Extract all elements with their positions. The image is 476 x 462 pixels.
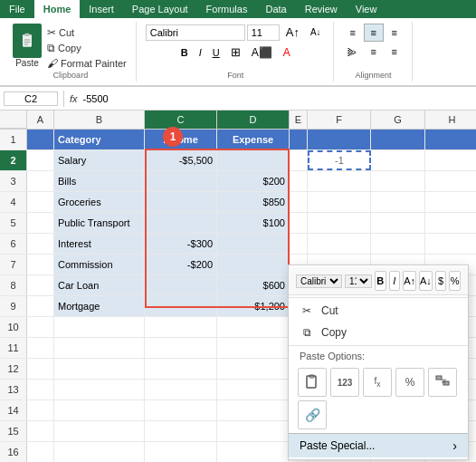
cell-d15[interactable] <box>217 421 290 441</box>
row-num-16[interactable]: 16 <box>0 442 27 462</box>
row-num-11[interactable]: 11 <box>0 338 27 358</box>
cell-d10[interactable] <box>217 317 290 337</box>
cell-f3[interactable] <box>308 171 371 191</box>
cell-f5[interactable] <box>308 213 371 233</box>
cell-a12[interactable] <box>27 359 54 379</box>
cell-a7[interactable] <box>27 255 54 274</box>
cell-c7[interactable]: -$200 <box>145 255 217 274</box>
paste-opt-3[interactable]: fx <box>363 368 392 397</box>
tab-file[interactable]: File <box>0 0 34 18</box>
cell-b13[interactable] <box>54 380 145 399</box>
cell-g4[interactable] <box>371 192 425 212</box>
cell-b3[interactable]: Bills <box>54 171 145 191</box>
col-header-e[interactable]: E <box>290 111 308 129</box>
col-header-d[interactable]: D <box>217 111 290 129</box>
cell-c13[interactable] <box>145 380 217 399</box>
cell-b4[interactable]: Groceries <box>54 192 145 212</box>
tab-home[interactable]: Home <box>34 0 81 18</box>
cell-b7[interactable]: Commission <box>54 255 145 274</box>
cell-b15[interactable] <box>54 421 145 441</box>
cell-d3[interactable]: $200 <box>217 171 290 191</box>
cell-d1[interactable]: Expense <box>217 130 290 149</box>
cell-g2[interactable] <box>371 150 425 170</box>
cell-a15[interactable] <box>27 421 54 441</box>
ctx-copy-item[interactable]: ⧉ Copy <box>289 322 468 343</box>
cell-d2[interactable] <box>217 150 290 170</box>
format-painter-action[interactable]: 🖌 Format Painter <box>45 56 129 71</box>
paste-opt-4[interactable]: % <box>395 368 424 397</box>
cell-a3[interactable] <box>27 171 54 191</box>
tab-page-layout[interactable]: Page Layout <box>123 0 197 18</box>
cell-c15[interactable] <box>145 421 217 441</box>
cell-d12[interactable] <box>217 359 290 379</box>
cell-f6[interactable] <box>308 234 371 254</box>
cell-b14[interactable] <box>54 400 145 420</box>
col-header-f[interactable]: F <box>308 111 371 129</box>
cell-b10[interactable] <box>54 317 145 337</box>
cell-b8[interactable]: Car Loan <box>54 275 145 295</box>
tab-insert[interactable]: Insert <box>80 0 123 18</box>
row-num-8[interactable]: 8 <box>0 275 27 295</box>
cell-h2[interactable] <box>425 150 476 170</box>
cell-c4[interactable] <box>145 192 217 212</box>
align-top-center[interactable]: ≡ <box>364 24 384 42</box>
cell-a6[interactable] <box>27 234 54 254</box>
cell-h1[interactable] <box>425 130 476 149</box>
col-header-h[interactable]: H <box>425 111 476 129</box>
cell-a4[interactable] <box>27 192 54 212</box>
paste-opt-2[interactable]: 123 <box>330 368 359 397</box>
cell-b11[interactable] <box>54 338 145 358</box>
cell-e5[interactable] <box>290 213 308 233</box>
font-size-input[interactable] <box>247 24 280 41</box>
cell-a8[interactable] <box>27 275 54 295</box>
cell-h3[interactable] <box>425 171 476 191</box>
paste-button[interactable]: Paste <box>13 24 42 68</box>
ctx-increase-font[interactable]: A↑ <box>403 271 416 291</box>
cell-b6[interactable]: Interest <box>54 234 145 254</box>
cell-h5[interactable] <box>425 213 476 233</box>
cell-c11[interactable] <box>145 338 217 358</box>
align-bottom-left[interactable]: ⫸ <box>343 43 363 61</box>
cell-c8[interactable] <box>145 275 217 295</box>
cell-f4[interactable] <box>308 192 371 212</box>
cell-e4[interactable] <box>290 192 308 212</box>
cell-a16[interactable] <box>27 442 54 462</box>
cell-a1[interactable] <box>27 130 54 149</box>
row-num-13[interactable]: 13 <box>0 380 27 399</box>
ctx-italic-btn[interactable]: I <box>389 271 401 291</box>
align-top-left[interactable]: ≡ <box>343 24 363 42</box>
cell-reference-input[interactable] <box>4 91 58 106</box>
cell-c10[interactable] <box>145 317 217 337</box>
cell-c16[interactable] <box>145 442 217 462</box>
font-color-button[interactable]: A <box>279 44 295 61</box>
italic-button[interactable]: I <box>195 45 206 60</box>
ctx-font-name[interactable]: Calibri <box>296 274 342 288</box>
row-num-3[interactable]: 3 <box>0 171 27 191</box>
tab-review[interactable]: Review <box>296 0 347 18</box>
cell-f2[interactable]: -1 <box>308 150 371 170</box>
cell-b2[interactable]: Salary <box>54 150 145 170</box>
underline-button[interactable]: U <box>208 45 224 60</box>
cell-e2[interactable] <box>290 150 308 170</box>
tab-data[interactable]: Data <box>256 0 295 18</box>
row-num-10[interactable]: 10 <box>0 317 27 337</box>
cell-d11[interactable] <box>217 338 290 358</box>
cell-d4[interactable]: $850 <box>217 192 290 212</box>
cell-g3[interactable] <box>371 171 425 191</box>
align-bottom-center[interactable]: ≡ <box>364 43 384 61</box>
paste-opt-1[interactable] <box>298 368 327 397</box>
cell-b5[interactable]: Public Transport <box>54 213 145 233</box>
cell-a10[interactable] <box>27 317 54 337</box>
col-header-g[interactable]: G <box>371 111 425 129</box>
row-num-12[interactable]: 12 <box>0 359 27 379</box>
row-num-7[interactable]: 7 <box>0 255 27 274</box>
cell-h6[interactable] <box>425 234 476 254</box>
ctx-font-size[interactable]: 11 <box>345 274 372 288</box>
font-size-increase[interactable]: A↑ <box>281 24 304 41</box>
cell-d9[interactable]: $1,200 <box>217 296 290 316</box>
row-num-14[interactable]: 14 <box>0 400 27 420</box>
cell-e6[interactable] <box>290 234 308 254</box>
cell-a14[interactable] <box>27 400 54 420</box>
cell-d7[interactable] <box>217 255 290 274</box>
cell-d16[interactable] <box>217 442 290 462</box>
